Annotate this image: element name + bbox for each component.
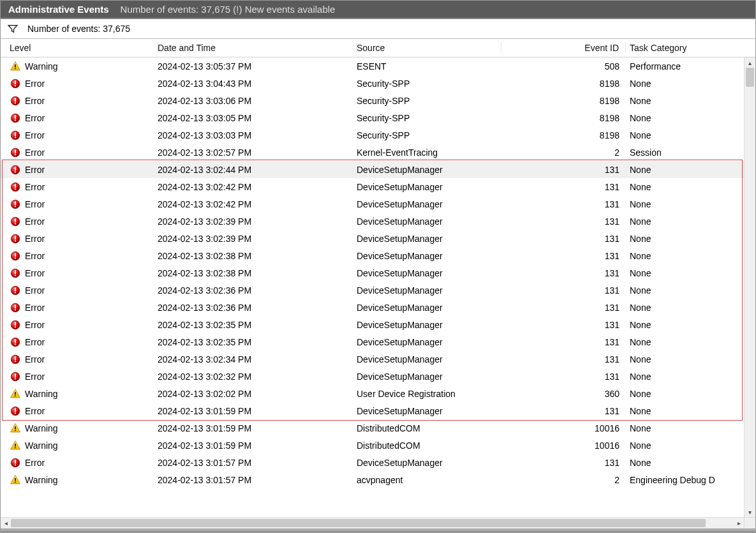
- cell-level: Warning: [25, 440, 58, 451]
- cell-date: 2024-02-13 3:02:35 PM: [158, 337, 357, 347]
- svg-point-40: [15, 292, 16, 293]
- svg-rect-64: [15, 447, 16, 448]
- cell-date: 2024-02-13 3:03:03 PM: [158, 130, 357, 140]
- column-header-task[interactable]: Task Category: [626, 43, 725, 53]
- cell-eventid: 131: [501, 372, 626, 382]
- vertical-scrollbar[interactable]: ▴ ▾: [744, 57, 755, 517]
- cell-eventid: 131: [501, 285, 626, 296]
- cell-source: Security-SPP: [357, 79, 501, 89]
- cell-level: Error: [25, 372, 45, 382]
- error-icon: [10, 302, 21, 313]
- cell-task: None: [626, 389, 725, 399]
- cell-source: DeviceSetupManager: [357, 234, 501, 244]
- cell-source: Kernel-EventTracing: [357, 147, 501, 158]
- cell-eventid: 131: [501, 458, 626, 468]
- cell-task: None: [626, 234, 725, 244]
- scroll-left-arrow-icon[interactable]: ◂: [1, 518, 11, 529]
- cell-date: 2024-02-13 3:02:36 PM: [158, 285, 357, 296]
- svg-rect-69: [15, 481, 16, 483]
- cell-eventid: 131: [501, 234, 626, 244]
- table-row[interactable]: Error2024-02-13 3:02:35 PMDeviceSetupMan…: [1, 333, 744, 350]
- error-icon: [10, 371, 21, 382]
- cell-task: None: [626, 406, 725, 416]
- column-header-source[interactable]: Source: [357, 43, 501, 53]
- table-row[interactable]: Error2024-02-13 3:02:39 PMDeviceSetupMan…: [1, 213, 744, 230]
- cell-date: 2024-02-13 3:04:43 PM: [158, 79, 357, 89]
- horizontal-scrollbar[interactable]: ◂ ▸: [1, 517, 744, 529]
- column-header-level[interactable]: Level: [1, 43, 158, 53]
- warning-icon: [10, 388, 21, 400]
- svg-rect-12: [15, 132, 16, 136]
- table-row[interactable]: Error2024-02-13 3:02:36 PMDeviceSetupMan…: [1, 299, 744, 316]
- table-row[interactable]: Error2024-02-13 3:03:03 PMSecurity-SPP81…: [1, 126, 744, 144]
- table-row[interactable]: Error2024-02-13 3:02:35 PMDeviceSetupMan…: [1, 316, 744, 333]
- error-icon: [10, 250, 21, 262]
- window-resize-edge[interactable]: [1, 529, 755, 532]
- column-header-eventid[interactable]: Event ID: [501, 43, 626, 53]
- cell-level: Error: [25, 354, 45, 364]
- cell-date: 2024-02-13 3:03:06 PM: [158, 96, 357, 106]
- cell-level: Warning: [25, 423, 58, 433]
- scroll-down-arrow-icon[interactable]: ▾: [745, 507, 755, 517]
- svg-rect-61: [15, 426, 16, 430]
- error-icon: [10, 354, 21, 365]
- table-row[interactable]: Error2024-02-13 3:02:42 PMDeviceSetupMan…: [1, 195, 744, 213]
- svg-point-43: [15, 309, 16, 310]
- cell-eventid: 131: [501, 354, 626, 364]
- cell-date: 2024-02-13 3:02:57 PM: [158, 147, 357, 158]
- cell-date: 2024-02-13 3:02:35 PM: [158, 320, 357, 330]
- cell-eventid: 131: [501, 303, 626, 313]
- scroll-right-arrow-icon[interactable]: ▸: [734, 518, 744, 529]
- cell-date: 2024-02-13 3:01:59 PM: [158, 423, 357, 433]
- horizontal-scroll-thumb[interactable]: [11, 519, 706, 527]
- window-title: Administrative Events: [8, 4, 109, 15]
- error-icon: [10, 181, 21, 193]
- cell-level: Error: [25, 165, 45, 175]
- svg-rect-56: [15, 392, 16, 395]
- table-row[interactable]: Error2024-02-13 3:02:38 PMDeviceSetupMan…: [1, 264, 744, 282]
- table-row[interactable]: Warning2024-02-13 3:01:59 PMDistributedC…: [1, 419, 744, 437]
- table-row[interactable]: Warning2024-02-13 3:05:37 PMESENT508Perf…: [1, 57, 744, 75]
- cell-eventid: 8198: [501, 113, 626, 123]
- error-icon: [10, 405, 21, 417]
- table-row[interactable]: Error2024-02-13 3:02:34 PMDeviceSetupMan…: [1, 350, 744, 368]
- cell-task: None: [626, 96, 725, 106]
- cell-source: Security-SPP: [357, 96, 501, 106]
- table-row[interactable]: Error2024-02-13 3:02:42 PMDeviceSetupMan…: [1, 178, 744, 195]
- cell-task: Performance: [626, 61, 725, 71]
- table-row[interactable]: Error2024-02-13 3:02:38 PMDeviceSetupMan…: [1, 247, 744, 264]
- cell-task: Session: [626, 147, 725, 158]
- cell-task: None: [626, 337, 725, 347]
- cell-source: Security-SPP: [357, 113, 501, 123]
- table-row[interactable]: Error2024-02-13 3:01:59 PMDeviceSetupMan…: [1, 402, 744, 419]
- table-row[interactable]: Error2024-02-13 3:02:39 PMDeviceSetupMan…: [1, 230, 744, 247]
- cell-level: Error: [25, 199, 45, 209]
- table-row[interactable]: Error2024-02-13 3:02:36 PMDeviceSetupMan…: [1, 282, 744, 299]
- vertical-scroll-thumb[interactable]: [746, 68, 754, 87]
- table-row[interactable]: Warning2024-02-13 3:02:02 PMUser Device …: [1, 385, 744, 402]
- cell-task: None: [626, 423, 725, 433]
- cell-date: 2024-02-13 3:02:42 PM: [158, 199, 357, 209]
- table-row[interactable]: Error2024-02-13 3:01:57 PMDeviceSetupMan…: [1, 454, 744, 471]
- column-header-date[interactable]: Date and Time: [158, 43, 357, 53]
- cell-eventid: 8198: [501, 79, 626, 89]
- table-row[interactable]: Error2024-02-13 3:03:06 PMSecurity-SPP81…: [1, 92, 744, 109]
- table-row[interactable]: Warning2024-02-13 3:01:57 PMacvpnagent2E…: [1, 471, 744, 488]
- table-row[interactable]: Error2024-02-13 3:02:44 PMDeviceSetupMan…: [1, 161, 744, 178]
- cell-source: DeviceSetupManager: [357, 372, 501, 382]
- cell-eventid: 131: [501, 251, 626, 261]
- svg-point-13: [15, 137, 16, 138]
- table-row[interactable]: Error2024-02-13 3:02:32 PMDeviceSetupMan…: [1, 368, 744, 385]
- cell-source: User Device Registration: [357, 389, 501, 399]
- table-row[interactable]: Error2024-02-13 3:03:05 PMSecurity-SPP81…: [1, 109, 744, 126]
- scroll-up-arrow-icon[interactable]: ▴: [745, 57, 755, 68]
- filter-icon[interactable]: [7, 23, 19, 34]
- cell-task: None: [626, 440, 725, 451]
- svg-point-55: [15, 378, 16, 379]
- cell-date: 2024-02-13 3:02:39 PM: [158, 216, 357, 227]
- warning-icon: [10, 440, 21, 451]
- table-row[interactable]: Error2024-02-13 3:04:43 PMSecurity-SPP81…: [1, 75, 744, 92]
- table-row[interactable]: Warning2024-02-13 3:01:59 PMDistributedC…: [1, 437, 744, 454]
- table-row[interactable]: Error2024-02-13 3:02:57 PMKernel-EventTr…: [1, 144, 744, 161]
- cell-source: DeviceSetupManager: [357, 354, 501, 364]
